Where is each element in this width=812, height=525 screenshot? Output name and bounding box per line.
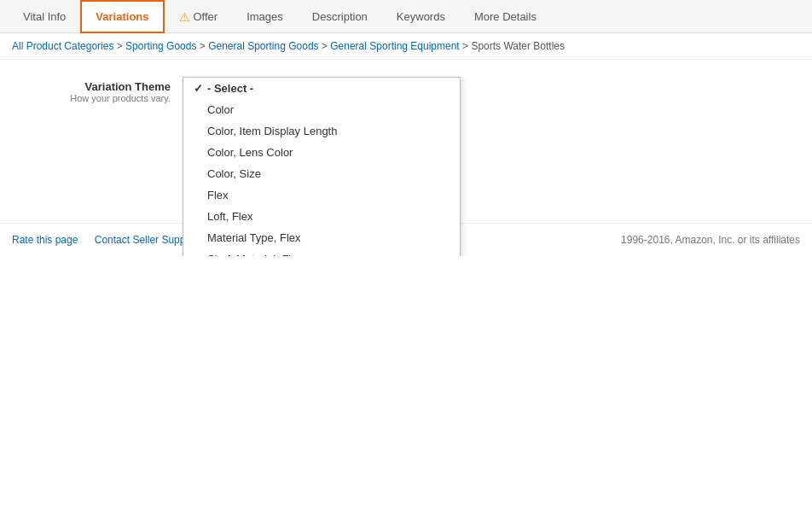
- variation-theme-sublabel: How your products vary.: [70, 93, 183, 103]
- check-icon: [194, 210, 206, 223]
- check-icon: [194, 167, 206, 180]
- dropdown-menu[interactable]: ✓- Select - Color Color, Item Display Le…: [183, 77, 461, 256]
- breadcrumb-current: Sports Water Bottles: [471, 40, 565, 52]
- dropdown-option-loft-flex[interactable]: Loft, Flex: [183, 206, 460, 227]
- breadcrumb-separator: >: [196, 40, 208, 52]
- breadcrumb-link-2[interactable]: General Sporting Goods: [208, 40, 318, 52]
- tab-keywords[interactable]: Keywords: [382, 1, 460, 32]
- tab-description[interactable]: Description: [298, 1, 382, 32]
- check-icon: ✓: [194, 82, 206, 95]
- tab-label-vital-info: Vital Info: [23, 10, 66, 23]
- breadcrumb-separator: >: [113, 40, 125, 52]
- breadcrumb-link-1[interactable]: Sporting Goods: [125, 40, 196, 52]
- footer-links: Rate this page Contact Seller Support: [12, 234, 211, 246]
- tab-label-description: Description: [312, 10, 368, 23]
- tab-more-details[interactable]: More Details: [460, 1, 551, 32]
- dropdown-option-material-type-flex[interactable]: Material Type, Flex: [183, 227, 460, 248]
- tab-label-more-details: More Details: [474, 10, 536, 23]
- rate-page-link[interactable]: Rate this page: [12, 234, 78, 246]
- breadcrumb-separator: >: [460, 40, 472, 52]
- tab-label-offer: Offer: [194, 10, 218, 23]
- check-icon: [194, 103, 206, 116]
- breadcrumb-link-0[interactable]: All Product Categories: [12, 40, 113, 52]
- dropdown-option-label-shaft-material-flex: Shaft Material, Flex: [207, 253, 303, 256]
- dropdown-option-color-lens-color[interactable]: Color, Lens Color: [183, 142, 460, 163]
- check-icon: [194, 231, 206, 244]
- dropdown-option-label-color-lens-color: Color, Lens Color: [207, 146, 293, 159]
- check-icon: [194, 253, 206, 256]
- breadcrumb-separator: >: [319, 40, 331, 52]
- dropdown-option-color-size[interactable]: Color, Size: [183, 163, 460, 184]
- main-content: Variation Theme How your products vary. …: [0, 60, 812, 120]
- footer-copyright: 1996-2016, Amazon, Inc. or its affiliate…: [621, 234, 800, 246]
- dropdown-option-flex[interactable]: Flex: [183, 184, 460, 206]
- check-icon: [194, 125, 206, 137]
- dropdown-option-label-flex: Flex: [207, 189, 229, 201]
- tab-vital-info[interactable]: Vital Info: [9, 1, 80, 32]
- dropdown-option-color-item-display-length[interactable]: Color, Item Display Length: [183, 120, 460, 142]
- dropdown-option-label-color-size: Color, Size: [207, 167, 261, 180]
- dropdown-option-label-loft-flex: Loft, Flex: [207, 210, 252, 223]
- tab-variations[interactable]: Variations: [80, 0, 164, 33]
- tab-label-keywords: Keywords: [397, 10, 445, 23]
- tab-label-images: Images: [246, 10, 283, 23]
- dropdown-option-color[interactable]: Color: [183, 99, 460, 120]
- dropdown-option-select[interactable]: ✓- Select -: [183, 78, 460, 99]
- tabs-bar: Vital InfoVariations⚠OfferImagesDescript…: [0, 0, 812, 33]
- check-icon: [194, 189, 206, 201]
- dropdown-option-label-color: Color: [207, 103, 234, 116]
- variation-theme-label-block: Variation Theme How your products vary.: [12, 77, 183, 103]
- dropdown-option-label-color-item-display-length: Color, Item Display Length: [207, 125, 337, 137]
- dropdown-option-label-select: - Select -: [207, 82, 253, 95]
- breadcrumb-link-3[interactable]: General Sporting Equipment: [330, 40, 459, 52]
- tab-images[interactable]: Images: [232, 1, 298, 32]
- warning-icon: ⚠: [179, 10, 190, 24]
- tab-offer[interactable]: ⚠Offer: [165, 1, 233, 33]
- breadcrumb: All Product Categories > Sporting Goods …: [0, 33, 812, 60]
- check-icon: [194, 146, 206, 159]
- variation-theme-label: Variation Theme: [12, 77, 183, 93]
- tab-label-variations: Variations: [96, 10, 148, 23]
- dropdown-option-label-material-type-flex: Material Type, Flex: [207, 231, 301, 244]
- dropdown-option-shaft-material-flex[interactable]: Shaft Material, Flex: [183, 248, 460, 256]
